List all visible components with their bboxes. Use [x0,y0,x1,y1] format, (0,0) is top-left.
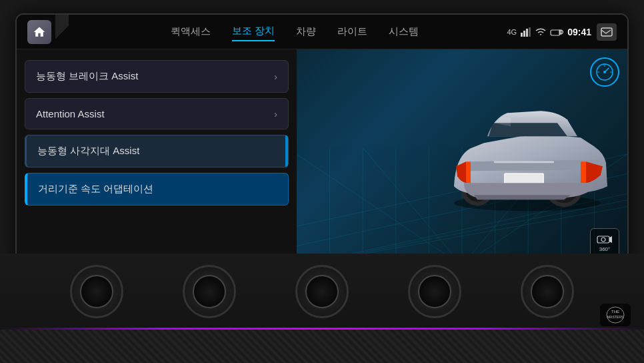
svg-rect-0 [521,33,523,37]
svg-rect-7 [601,28,612,36]
message-button[interactable] [597,23,617,41]
svg-text:THE: THE [611,310,619,314]
vent-4 [408,265,461,318]
svg-text:MASTERS: MASTERS [607,315,624,319]
selection-indicator [285,135,288,167]
home-icon [33,25,46,39]
camera-icon [597,234,613,245]
svg-rect-1 [523,31,525,37]
menu-item-attention-assist[interactable]: Attention Assist › [25,98,289,129]
vent-3 [295,265,349,318]
home-button[interactable] [27,20,51,44]
svg-rect-39 [494,161,554,163]
car-key-icon [550,27,563,37]
vent-inner [305,275,339,308]
svg-point-47 [601,238,605,242]
menu-item-label: 거리기준 속도 어댑테이션 [38,183,153,196]
status-bar: 4G [507,27,592,37]
cam-360-label: 360° [599,246,611,252]
carbon-strip [0,330,644,363]
vent-inner [531,275,564,308]
car-image [434,89,614,213]
header-bar: 퀵액세스 보조 장치 차량 라이트 시스템 4G [17,15,627,49]
menu-item-active-brake[interactable]: 능동형 브레이크 Assist › [25,60,289,93]
vent-1 [70,265,123,318]
vent-inner [80,275,113,308]
vent-5 [521,265,574,318]
signal-icon [521,27,531,37]
header-divider [55,15,69,49]
svg-rect-38 [505,174,543,184]
chevron-right-icon: › [274,109,277,119]
car-svg [434,89,614,213]
menu-item-blind-spot[interactable]: 능동형 사각지대 Assist [25,135,289,167]
svg-point-41 [603,71,606,73]
chevron-right-icon: › [274,71,277,82]
tab-lights[interactable]: 라이트 [337,23,367,41]
vent-row [0,254,644,330]
svg-marker-46 [609,236,612,243]
masters-logo: THE MASTERS [605,306,625,324]
menu-item-label: Attention Assist [36,108,105,119]
speedometer-icon[interactable] [590,57,619,87]
vent-2 [183,265,236,318]
menu-item-label: 능동형 브레이크 Assist [36,70,138,83]
message-icon [601,27,613,37]
bottom-area: THE MASTERS [0,254,644,363]
vent-inner [193,275,226,308]
svg-rect-4 [551,30,560,35]
wifi-icon [535,27,546,37]
svg-rect-3 [529,27,531,37]
tab-system[interactable]: 시스템 [389,23,419,41]
clock: 09:41 [567,27,591,37]
signal-text: 4G [507,28,517,36]
car-panel: 360° [297,49,627,266]
tab-quick[interactable]: 퀵액세스 [171,23,211,41]
vent-inner [418,275,451,308]
tab-vehicle[interactable]: 차량 [296,23,316,41]
svg-rect-2 [526,29,528,37]
speedometer-svg [595,63,614,81]
menu-item-distance-speed[interactable]: 거리기준 속도 어댑테이션 [25,173,289,206]
tab-assist[interactable]: 보조 장치 [232,22,275,41]
watermark: THE MASTERS [600,304,631,326]
menu-item-label: 능동형 사각지대 Assist [37,145,139,157]
menu-panel: 능동형 브레이크 Assist › Attention Assist › 능동형… [17,49,297,266]
nav-tabs: 퀵액세스 보조 장치 차량 라이트 시스템 [82,22,507,41]
